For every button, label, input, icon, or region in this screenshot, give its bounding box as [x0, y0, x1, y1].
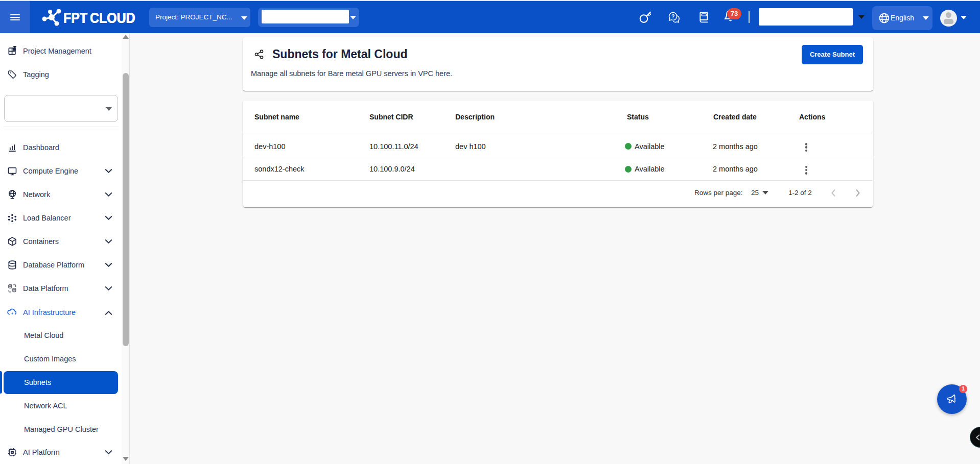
svg-text:?: ? — [671, 13, 674, 19]
svg-text:AI: AI — [11, 452, 13, 454]
